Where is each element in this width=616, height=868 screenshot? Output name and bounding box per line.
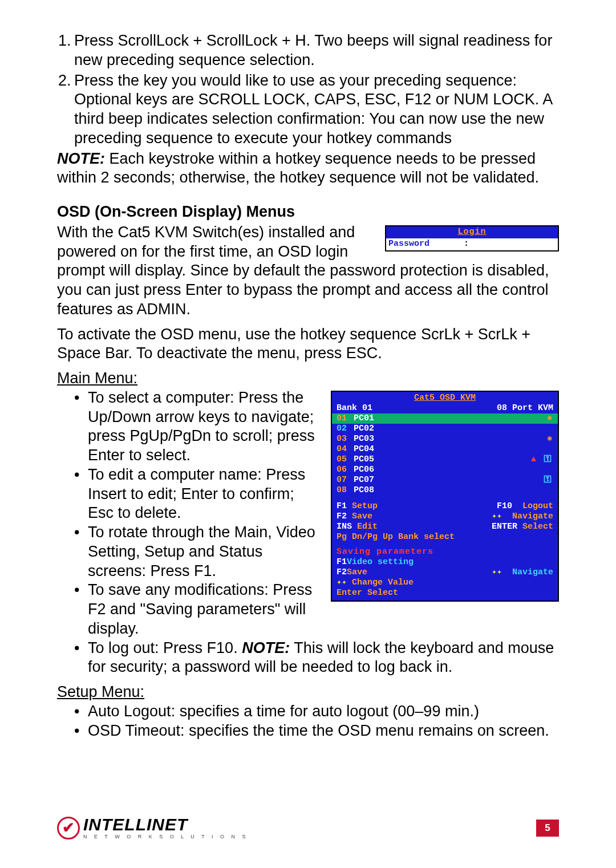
numbered-steps: 1.Press ScrollLock + ScrollLock + H. Two… — [74, 31, 559, 148]
bullet-rotate-screens: To rotate through the Main, Video Settin… — [74, 523, 559, 581]
logo-checkmark-icon: ✔ — [57, 817, 80, 839]
note-hotkey-timing: NOTE: Each keystroke within a hotkey seq… — [57, 149, 559, 188]
main-menu-label: Main Menu: — [57, 369, 559, 388]
heading-osd-menus: OSD (On-Screen Display) Menus — [57, 202, 559, 222]
bullet-save-mods: To save any modifications: Press F2 and … — [74, 581, 559, 638]
osd-login-screenshot: Login Password : — [385, 225, 559, 252]
bullet-edit-name: To edit a computer name: Press Insert to… — [74, 465, 559, 523]
page-footer: ✔ INTELLINET N E T W O R K S O L U T I O… — [57, 816, 559, 839]
logo-brand-text: INTELLINET — [83, 816, 249, 833]
page-number: 5 — [536, 820, 559, 837]
osd-login-title: Login — [386, 226, 558, 238]
logo-tagline: N E T W O R K S O L U T I O N S — [83, 834, 249, 839]
bullet-logout: To log out: Press F10. NOTE: This will l… — [74, 639, 559, 678]
intellinet-logo: ✔ INTELLINET N E T W O R K S O L U T I O… — [57, 816, 249, 839]
para-osd-activate: To activate the OSD menu, use the hotkey… — [57, 325, 559, 364]
bullet-auto-logout: Auto Logout: specifies a time for auto l… — [74, 702, 559, 721]
step-2: 2.Press the key you would like to use as… — [74, 71, 559, 148]
main-menu-bullets: To select a computer: Press the Up/Down … — [74, 388, 559, 677]
bullet-select-computer: To select a computer: Press the Up/Down … — [74, 388, 559, 465]
setup-menu-bullets: Auto Logout: specifies a time for auto l… — [74, 702, 559, 741]
bullet-osd-timeout: OSD Timeout: specifies the time the OSD … — [74, 721, 559, 741]
osd-login-password-row: Password : — [386, 238, 558, 251]
step-1: 1.Press ScrollLock + ScrollLock + H. Two… — [74, 31, 559, 70]
setup-menu-label: Setup Menu: — [57, 683, 559, 702]
